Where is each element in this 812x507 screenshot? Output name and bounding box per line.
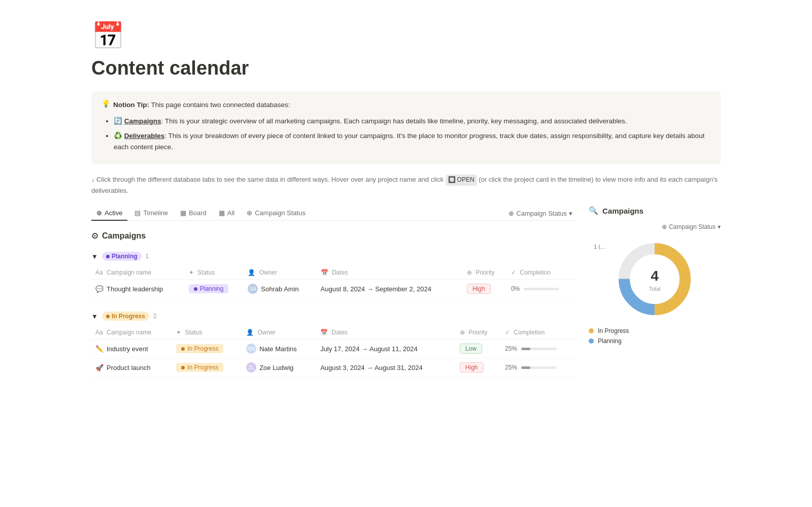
tab-timeline-label: Timeline <box>143 209 168 217</box>
dates-icon: 📅 <box>320 329 328 336</box>
tip-item-deliverables: ♻️ Deliverables: This is your breakdown … <box>114 130 710 152</box>
donut-legend: In Progress Planning <box>589 327 721 348</box>
legend-dot-inprogress <box>589 328 594 333</box>
deliverables-desc: This is your breakdown of every piece of… <box>114 132 704 151</box>
page-title: Content calendar <box>91 57 721 79</box>
tab-all[interactable]: ▦ All <box>214 206 240 221</box>
campaigns-desc: This is your strategic overview of all m… <box>165 117 627 125</box>
col-icon: Aa <box>95 269 103 276</box>
group-inprogress: ▼ In Progress 2 Aa Campaign name <box>91 309 577 377</box>
status-icon: ✦ <box>176 329 181 336</box>
priority-pill-high: High <box>467 284 491 294</box>
inprogress-table-head: Aa Campaign name ✦ Status 👤 Owner <box>91 326 577 340</box>
product-dates-cell: August 3, 2024 → August 31, 2024 <box>316 358 456 377</box>
tip-intro: This page contains two connected databas… <box>149 101 290 109</box>
donut-total-label: Total <box>649 286 660 292</box>
planning-dot <box>106 255 110 258</box>
inprogress-dot <box>106 315 110 318</box>
product-completion-cell: 25% <box>501 358 577 377</box>
legend-item-inprogress: In Progress <box>589 327 721 334</box>
group-inprogress-count: 2 <box>153 313 157 320</box>
campaigns-section-title: Campaigns <box>102 231 146 241</box>
owner-name-zoe: Zoe Ludwig <box>259 364 293 371</box>
tab-timeline[interactable]: ▤ Timeline <box>129 206 173 221</box>
legend-label-planning: Planning <box>598 337 622 345</box>
group-inprogress-header[interactable]: ▼ In Progress 2 <box>91 309 577 324</box>
tab-campaign-status-label: Campaign Status <box>255 209 306 217</box>
industry-name: Industry event <box>107 345 148 353</box>
left-panel: ⊕ Active ▤ Timeline ▦ Board ▦ All ⊕ Ca <box>91 206 577 387</box>
campaign-status-filter[interactable]: ⊕ Campaign Status ▾ <box>589 223 721 230</box>
group-planning-header[interactable]: ▼ Planning 1 <box>91 249 577 264</box>
tabs-right-filter[interactable]: ⊕ Campaign Status ▾ <box>504 207 577 220</box>
table-row[interactable]: 🚀 Product launch In Progress <box>91 358 577 377</box>
tab-active[interactable]: ⊕ Active <box>91 206 127 221</box>
planning-table: Aa Campaign name ✦ Status 👤 Owner <box>91 266 577 298</box>
group-inprogress-chevron: ▼ <box>91 313 98 320</box>
completion-cell: 0% <box>507 280 577 298</box>
completion-icon: ✓ <box>505 329 510 336</box>
filter-chevron-icon: ▾ <box>718 223 721 230</box>
instruction-text: ↓ Click through the different database t… <box>91 175 721 196</box>
timeline-tab-icon: ▤ <box>134 209 141 217</box>
campaigns-section-icon: ⊙ <box>91 231 98 241</box>
owner-avatar-nate: NM <box>246 344 256 354</box>
col-owner-planning: 👤 Owner <box>244 266 316 280</box>
priority-pill-high-2: High <box>460 362 484 373</box>
row-emoji: 💬 <box>95 285 104 293</box>
inprogress-table: Aa Campaign name ✦ Status 👤 Owner <box>91 326 577 377</box>
planning-table-body: 💬 Thought leadership Planning <box>91 280 577 298</box>
table-row[interactable]: 💬 Thought leadership Planning <box>91 280 577 298</box>
owner-avatar-zoe: ZL <box>246 362 256 373</box>
planning-table-head: Aa Campaign name ✦ Status 👤 Owner <box>91 266 577 280</box>
legend-label-inprogress: In Progress <box>598 327 629 334</box>
product-owner-cell: ZL Zoe Ludwig <box>242 358 316 377</box>
priority-col-icon: ⊕ <box>467 269 472 276</box>
right-panel: 🔍 Campaigns ⊕ Campaign Status ▾ 1 (... <box>589 206 721 387</box>
donut-svg-container: 4 Total <box>614 239 695 321</box>
tip-text: Notion Tip: This page contains two conne… <box>113 99 290 111</box>
status-pill-inprogress-2: In Progress <box>176 363 223 372</box>
industry-completion-pct: 25% <box>505 345 517 352</box>
dates-col-icon: 📅 <box>321 269 328 276</box>
filter-clock-icon: ⊕ <box>662 223 667 230</box>
owner-avatar: SA <box>248 284 258 294</box>
deliverables-icon: ♻️ <box>114 132 122 140</box>
priority-pill-low: Low <box>460 344 482 354</box>
inprogress-dot-1 <box>181 347 185 351</box>
tab-board[interactable]: ▦ Board <box>175 206 212 221</box>
group-planning-chevron: ▼ <box>91 253 98 260</box>
col-campaign-name-planning: Aa Campaign name <box>91 266 185 280</box>
product-name: Product launch <box>107 364 151 371</box>
col-icon-aa: Aa <box>95 329 103 336</box>
industry-progress-fill <box>521 348 530 350</box>
donut-center: 4 Total <box>649 268 660 292</box>
tip-item-campaigns: 🔄 Campaigns: This is your strategic over… <box>114 116 710 127</box>
donut-side-label: 1 (... <box>594 244 605 250</box>
board-tab-icon: ▦ <box>180 209 186 217</box>
inprogress-table-body: ✏️ Industry event In Progress <box>91 340 577 377</box>
col-dates-planning: 📅 Dates <box>317 266 463 280</box>
priority-cell: High <box>463 280 507 298</box>
col-dates-inprogress: 📅 Dates <box>316 326 456 340</box>
filter-icon: ⊕ <box>509 210 514 217</box>
campaign-name-cell-product: 🚀 Product launch <box>91 358 172 377</box>
inprogress-dot-2 <box>181 366 185 369</box>
badge-label: OPEN <box>457 175 475 185</box>
campaign-name-cell: 💬 Thought leadership <box>91 280 185 298</box>
campaign-status-filter-label: Campaign Status <box>669 223 716 230</box>
progress-bar <box>524 288 559 290</box>
col-priority-inprogress: ⊕ Priority <box>456 326 501 340</box>
completion-pct: 0% <box>511 285 520 292</box>
table-row[interactable]: ✏️ Industry event In Progress <box>91 340 577 358</box>
col-status-inprogress: ✦ Status <box>172 326 242 340</box>
tab-active-label: Active <box>105 209 122 217</box>
owner-icon: 👤 <box>246 329 254 336</box>
donut-total-num: 4 <box>649 268 660 284</box>
chevron-down-icon: ▾ <box>569 210 572 217</box>
tab-campaign-status[interactable]: ⊕ Campaign Status <box>242 206 311 221</box>
tabs-bar: ⊕ Active ▤ Timeline ▦ Board ▦ All ⊕ Ca <box>91 206 577 221</box>
tip-icon: 💡 <box>101 99 110 108</box>
col-status-planning: ✦ Status <box>185 266 244 280</box>
product-priority-cell: High <box>456 358 501 377</box>
